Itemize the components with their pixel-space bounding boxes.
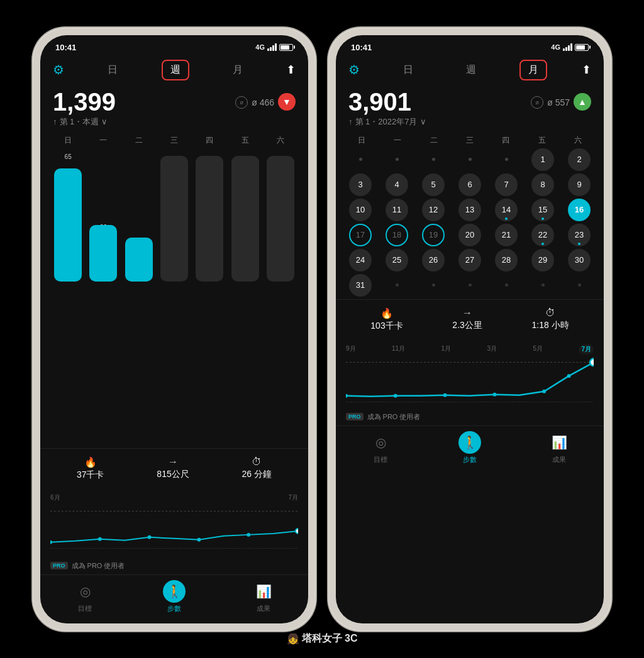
cal-day-16[interactable]: 16 (568, 199, 591, 221)
stat-calories-right: 🔥 103千卡 (370, 307, 402, 332)
cal-day-29[interactable]: 29 (531, 249, 554, 271)
tab-week-right[interactable]: 週 (457, 60, 485, 80)
stats-row-left: 🔥 37千卡 → 815公尺 ⏱ 26 分鐘 (40, 448, 308, 488)
time-icon-left: ⏱ (252, 456, 262, 468)
settings-icon-right[interactable]: ⚙ (348, 62, 360, 77)
svg-point-1 (50, 540, 52, 544)
goal-icon-right: ◎ (369, 431, 392, 454)
cal-day-5[interactable]: 5 (422, 173, 445, 196)
status-bar-left: 10:41 4G (40, 35, 308, 55)
cal-day-11[interactable]: 11 (386, 199, 408, 221)
cal-day-4[interactable]: 4 (386, 173, 408, 196)
cal-day-24[interactable]: 24 (349, 249, 372, 271)
pro-badge-left: PRO (50, 562, 68, 569)
results-icon-right: 📊 (548, 431, 570, 454)
cal-day-25[interactable]: 25 (386, 249, 408, 271)
share-icon-right[interactable]: ⬆ (582, 63, 591, 77)
cal-day-13[interactable]: 13 (458, 199, 481, 221)
cal-empty-1 (349, 148, 372, 171)
signal-text-right: 4G (551, 43, 560, 51)
cal-day-19[interactable]: 19 (422, 224, 445, 246)
svg-point-14 (567, 374, 571, 378)
chart-labels-left: 6月 7月 (50, 493, 298, 502)
pro-banner-left[interactable]: PRO 成為 PRO 使用者 (40, 557, 308, 574)
period-label-left: ↑ 第 1・本週 ∨ (53, 116, 296, 128)
cal-day-23[interactable]: 23 (568, 224, 591, 246)
cal-day-7[interactable]: 7 (495, 173, 518, 196)
avg-value-right: ø 557 (547, 97, 570, 107)
nav-steps-right[interactable]: 🚶 步數 (458, 431, 481, 464)
bottom-nav-left[interactable]: ◎ 目標 🚶 步數 📊 成果 (40, 574, 308, 623)
tab-day-right[interactable]: 日 (394, 60, 422, 80)
distance-icon-right: → (462, 307, 472, 319)
nav-steps-left[interactable]: 🚶 步數 (163, 580, 186, 613)
stats-row-right: 🔥 103千卡 → 2.3公里 ⏱ 1:18 小時 (336, 299, 604, 339)
calories-value-left: 37千卡 (77, 469, 104, 481)
avg-value-left: ø 466 (252, 97, 274, 107)
tab-day-left[interactable]: 日 (99, 60, 126, 80)
cal-day-8[interactable]: 8 (531, 173, 554, 196)
cal-empty-9 (495, 274, 518, 297)
cal-day-30[interactable]: 30 (568, 249, 591, 271)
nav-goal-right[interactable]: ◎ 目標 (369, 431, 392, 464)
battery-right (575, 44, 589, 51)
cal-day-27[interactable]: 27 (458, 249, 481, 271)
main-number-right: 3,901 (348, 88, 411, 116)
tab-month-left[interactable]: 月 (224, 60, 252, 80)
time-icon-right: ⏱ (545, 307, 555, 319)
settings-icon-left[interactable]: ⚙ (53, 62, 64, 77)
nav-bar-right[interactable]: ⚙ 日 週 月 ⬆ (336, 55, 604, 85)
pro-banner-right[interactable]: PRO 成為 PRO 使用者 (336, 409, 604, 425)
cal-day-20[interactable]: 20 (458, 224, 481, 246)
trend-btn-left[interactable]: ▼ (278, 93, 296, 111)
battery-left (279, 44, 293, 51)
distance-value-left: 815公尺 (157, 469, 189, 480)
svg-point-5 (247, 532, 250, 536)
cal-day-17[interactable]: 17 (349, 224, 372, 246)
calories-icon-left: 🔥 (84, 456, 97, 468)
time-value-left: 26 分鐘 (242, 469, 272, 480)
cal-day-26[interactable]: 26 (422, 249, 445, 271)
cal-day-15[interactable]: 15 (531, 199, 554, 221)
cal-day-22[interactable]: 22 (531, 224, 554, 246)
chart-labels-right: 9月 11月 1月 3月 5月 7月 (346, 344, 594, 354)
cal-day-28[interactable]: 28 (495, 249, 518, 271)
chart-svg-left (50, 505, 298, 555)
cal-day-14[interactable]: 14 (495, 199, 518, 221)
nav-results-right[interactable]: 📊 成果 (548, 431, 570, 464)
tab-week-left[interactable]: 週 (162, 60, 189, 80)
nav-goal-left[interactable]: ◎ 目標 (74, 580, 96, 613)
week-view-left: 日一二三四五六 65 1,274 60 (40, 133, 308, 448)
cal-day-6[interactable]: 6 (458, 173, 481, 196)
cal-day-10[interactable]: 10 (349, 199, 372, 221)
signal-bars-right (563, 43, 572, 51)
nav-bar-left[interactable]: ⚙ 日 週 月 ⬆ (40, 55, 308, 85)
period-label-right: ↑ 第 1・2022年7月 ∨ (348, 116, 591, 128)
stat-distance-left: → 815公尺 (157, 456, 189, 481)
cal-days-right[interactable]: 1 2 3 4 5 6 7 8 9 10 11 12 13 14 15 (343, 148, 596, 297)
cal-empty-2 (386, 148, 408, 171)
cal-day-3[interactable]: 3 (349, 173, 372, 196)
stats-header-left: 1,399 ø ø 466 ▼ ↑ 第 1・本週 ∨ (40, 85, 308, 133)
goal-icon-left: ◎ (74, 580, 96, 603)
cal-day-9[interactable]: 9 (568, 173, 591, 196)
tab-month-right[interactable]: 月 (519, 60, 547, 80)
share-icon-left[interactable]: ⬆ (286, 63, 296, 77)
cal-day-21[interactable]: 21 (495, 224, 518, 246)
bottom-nav-right[interactable]: ◎ 目標 🚶 步數 📊 成果 (336, 425, 604, 474)
cal-day-2[interactable]: 2 (568, 148, 591, 171)
svg-point-3 (148, 535, 152, 539)
cal-day-1[interactable]: 1 (531, 148, 554, 171)
results-icon-left: 📊 (252, 580, 275, 603)
nav-results-left[interactable]: 📊 成果 (252, 580, 275, 613)
trend-btn-right[interactable]: ▲ (574, 93, 591, 111)
stat-distance-right: → 2.3公里 (452, 307, 482, 332)
status-icons-right: 4G (551, 43, 589, 51)
phone-right: 10:41 4G ⚙ 日 (328, 28, 611, 631)
cal-day-18[interactable]: 18 (386, 224, 408, 246)
cal-empty-4 (458, 148, 481, 171)
svg-point-6 (296, 529, 298, 534)
cal-day-31[interactable]: 31 (349, 274, 372, 297)
cal-day-12[interactable]: 12 (422, 199, 445, 221)
svg-point-9 (346, 393, 348, 397)
